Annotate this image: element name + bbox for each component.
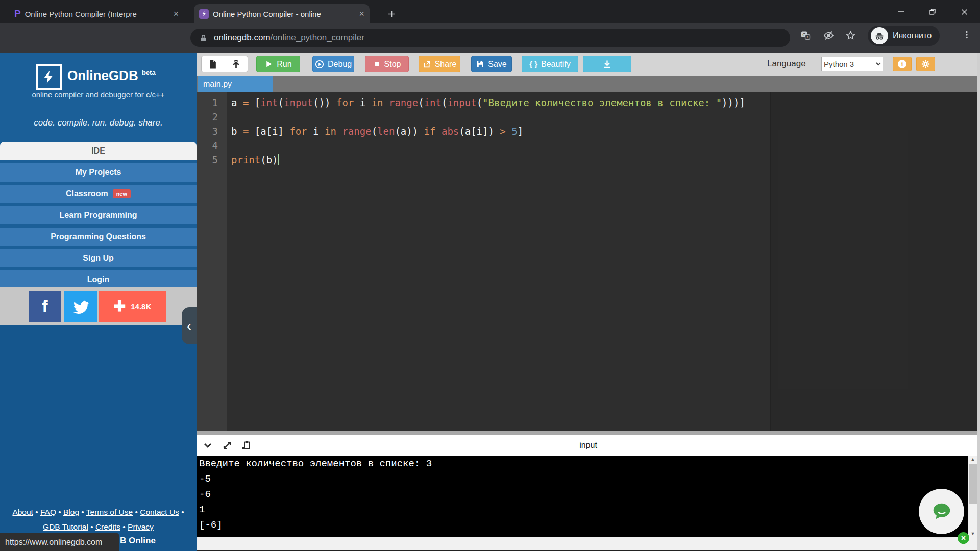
facebook-icon: f — [42, 296, 47, 316]
debug-play-icon — [315, 60, 324, 69]
save-button[interactable]: Save — [471, 56, 512, 72]
new-file-button[interactable] — [202, 56, 225, 72]
incognito-profile-chip[interactable]: Инкогнито — [868, 26, 940, 46]
bookmark-star-icon[interactable] — [842, 27, 859, 43]
sidebar-item-sign-up[interactable]: Sign Up — [0, 249, 197, 267]
footer-link-blog[interactable]: Blog — [63, 508, 79, 516]
window-controls — [885, 0, 980, 23]
lock-icon[interactable] — [199, 33, 208, 43]
info-button[interactable]: i — [893, 57, 912, 71]
code-lines: 1a = [int(input()) for i in range(int(in… — [197, 95, 980, 167]
footer-link-about[interactable]: About — [12, 508, 33, 516]
new-tab-button[interactable] — [385, 7, 398, 20]
browser-menu-icon[interactable] — [959, 27, 975, 43]
incognito-label: Инкогнито — [893, 31, 932, 40]
open-file-button[interactable] — [225, 56, 248, 72]
info-icon: i — [898, 60, 906, 68]
play-icon — [264, 60, 273, 68]
line-number: 4 — [197, 138, 218, 153]
footer-link-privacy[interactable]: Privacy — [128, 522, 154, 531]
scrollbar-thumb[interactable] — [969, 464, 977, 504]
browser-tab-1[interactable]: P Online Python Compiler (Interpre × — [9, 4, 184, 23]
incognito-icon — [871, 27, 888, 44]
share-button[interactable]: Share — [419, 56, 460, 72]
onlinegdb-logo[interactable] — [36, 64, 62, 90]
console-line: 1 — [199, 502, 980, 517]
tab-close-icon[interactable]: × — [173, 9, 179, 18]
language-select[interactable]: Python 3 — [821, 57, 883, 71]
console-output[interactable]: Введите количество элементов в списке: 3… — [197, 456, 980, 537]
ide-toolbar: Run Debug Stop Share Save { } Beautify — [197, 53, 980, 76]
console-header: input — [197, 435, 980, 456]
stop-button[interactable]: Stop — [365, 56, 409, 72]
sidebar-item-login[interactable]: Login — [0, 270, 197, 289]
close-widget-button[interactable]: × — [958, 532, 969, 544]
new-badge: new — [113, 189, 131, 198]
twitter-button[interactable] — [64, 291, 97, 322]
footer-link-contact-us[interactable]: Contact Us — [140, 508, 179, 516]
onlinegdb-favicon-icon — [199, 9, 209, 19]
plus-icon: ✚ — [114, 298, 126, 315]
console-line: [-6] — [199, 517, 980, 533]
sidebar-item-label: IDE — [91, 146, 105, 156]
chevron-left-icon: ‹ — [187, 318, 191, 334]
brand-motto: code. compile. run. debug. share. — [5, 118, 191, 128]
sidebar-item-label: Programming Questions — [51, 232, 146, 241]
code-editor[interactable]: 1a = [int(input()) for i in range(int(in… — [197, 92, 980, 431]
beautify-button[interactable]: { } Beautify — [522, 56, 578, 72]
divider — [0, 107, 197, 107]
share-icon — [423, 60, 431, 68]
programiz-favicon-icon: P — [14, 8, 21, 19]
chat-bubble-icon — [930, 500, 953, 523]
download-button[interactable] — [583, 56, 631, 72]
close-icon: × — [961, 534, 966, 543]
scroll-down-icon[interactable]: ▼ — [968, 530, 977, 537]
chat-widget-button[interactable] — [919, 489, 964, 534]
sidebar-item-label: My Projects — [76, 168, 121, 177]
facebook-button[interactable]: f — [29, 291, 61, 322]
address-bar[interactable]: onlinegdb.com/online_python_compiler — [190, 29, 790, 47]
browser-tab-2-active[interactable]: Online Python Compiler - online × — [194, 4, 370, 23]
braces-icon: { } — [529, 60, 537, 68]
line-number: 5 — [197, 153, 218, 167]
sidebar-collapse-button[interactable]: ‹ — [182, 307, 197, 344]
footer-link-faq[interactable]: FAQ — [40, 508, 56, 516]
tab-title: Online Python Compiler - online — [213, 10, 355, 18]
footer-link-gdb-tutorial[interactable]: GDB Tutorial — [43, 522, 88, 531]
share-count-button[interactable]: ✚ 14.8K — [99, 291, 166, 322]
debug-button[interactable]: Debug — [312, 56, 354, 72]
copyright-text: B Online — [120, 536, 156, 546]
preview-disabled-icon[interactable] — [820, 27, 837, 43]
scroll-up-icon[interactable]: ▲ — [968, 456, 977, 463]
close-window-button[interactable] — [948, 0, 980, 23]
console-resize-handle[interactable] — [197, 431, 980, 435]
url-path: /online_python_compiler — [271, 33, 364, 43]
new-file-icon — [208, 59, 217, 69]
console-scrollbar[interactable]: ▲ ▼ — [968, 456, 977, 537]
sidebar-item-ide[interactable]: IDE — [0, 142, 197, 160]
footer-links: About • FAQ • Blog • Terms of Use • Cont… — [6, 505, 190, 534]
share-count: 14.8K — [131, 302, 151, 311]
code-line: 1a = [int(input()) for i in range(int(in… — [197, 95, 980, 110]
file-tab-mainpy[interactable]: main.py — [198, 76, 273, 92]
restore-button[interactable] — [917, 0, 948, 23]
settings-button[interactable] — [916, 57, 935, 71]
console-line: Введите количество элементов в списке: 3 — [199, 456, 980, 471]
footer-link-terms-of-use[interactable]: Terms of Use — [86, 508, 133, 516]
url-domain: onlinegdb.com — [214, 33, 271, 43]
run-button[interactable]: Run — [256, 56, 300, 72]
file-button-group — [201, 56, 248, 72]
sidebar-menu: IDEMy ProjectsClassroomnewLearn Programm… — [0, 142, 197, 292]
translate-icon[interactable]: Gt — [797, 27, 814, 43]
sidebar-item-classroom[interactable]: Classroomnew — [0, 185, 197, 203]
code-line: 3b = [a[i] for i in range(len(a)) if abs… — [197, 124, 980, 138]
twitter-icon — [72, 298, 89, 315]
footer-link-credits[interactable]: Credits — [95, 522, 120, 531]
minimize-button[interactable] — [885, 0, 917, 23]
sidebar-item-learn-programming[interactable]: Learn Programming — [0, 206, 197, 224]
sidebar-item-programming-questions[interactable]: Programming Questions — [0, 228, 197, 246]
sidebar-item-my-projects[interactable]: My Projects — [0, 163, 197, 182]
stop-icon — [373, 60, 381, 68]
tab-title: Online Python Compiler (Interpre — [25, 10, 169, 18]
tab-close-icon[interactable]: × — [359, 9, 364, 18]
